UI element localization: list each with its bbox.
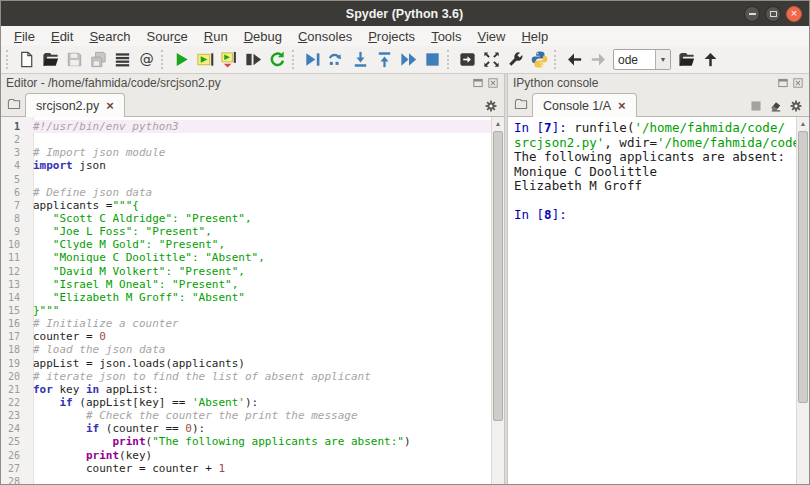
close-button[interactable]: × <box>786 6 802 22</box>
console-browse-tabs-icon[interactable] <box>510 93 532 115</box>
menu-edit[interactable]: Edit <box>43 28 81 45</box>
continue-execution-icon[interactable] <box>396 48 420 72</box>
menu-tools[interactable]: Tools <box>423 28 469 45</box>
run-cell-icon[interactable] <box>193 48 217 72</box>
code-line[interactable]: 5 <box>1 173 491 186</box>
console-scrollbar-thumb[interactable] <box>798 131 808 403</box>
menu-search[interactable]: Search <box>81 28 138 45</box>
console-undock-icon[interactable] <box>777 77 789 89</box>
line-number: 14 <box>1 291 27 304</box>
stop-debugging-icon[interactable] <box>420 48 444 72</box>
editor-close-pane-icon[interactable] <box>487 77 499 89</box>
code-line[interactable]: 3# Import json module <box>1 146 491 159</box>
code-line[interactable]: 28 <box>1 475 491 484</box>
run-selection-icon[interactable] <box>241 48 265 72</box>
minimize-button[interactable] <box>744 6 760 22</box>
toolbar-separator <box>554 50 558 69</box>
editor-scroll-up-icon[interactable]: ▲ <box>492 117 504 130</box>
preferences-icon[interactable] <box>503 48 527 72</box>
console-line: srcjson2.py', wdir='/home/fahmida/code') <box>514 136 796 151</box>
editor-scrollbar-thumb[interactable] <box>493 131 503 421</box>
editor-tab[interactable]: srcjson2.py × <box>25 93 125 117</box>
line-number: 18 <box>1 343 27 356</box>
editor-tab-close-icon[interactable]: × <box>106 99 114 112</box>
titlebar[interactable]: Spyder (Python 3.6) × <box>1 1 809 26</box>
editor-scrollbar[interactable]: ▲ <box>491 117 504 484</box>
menu-view[interactable]: View <box>469 28 513 45</box>
code-line[interactable]: 4import json <box>1 159 491 172</box>
code-line[interactable]: 17counter = 0 <box>1 330 491 343</box>
code-line[interactable]: 22 if (appList[key] == 'Absent'): <box>1 396 491 409</box>
code-line[interactable]: 26 print(key) <box>1 449 491 462</box>
code-line[interactable]: 16# Initialize a counter <box>1 317 491 330</box>
menu-help[interactable]: Help <box>513 28 556 45</box>
code-line[interactable]: 23 # Check the counter the print the mes… <box>1 409 491 422</box>
ipython-console[interactable]: In [7]: runfile('/home/fahmida/code/srcj… <box>508 117 796 484</box>
open-file-icon[interactable] <box>38 48 62 72</box>
debug-file-icon[interactable] <box>300 48 324 72</box>
code-line[interactable]: 10 "Clyde M Gold": "Present", <box>1 238 491 251</box>
code-line[interactable]: 2 <box>1 133 491 146</box>
code-line[interactable]: 8 "Scott C Aldridge": "Present", <box>1 212 491 225</box>
combo-dropdown-icon[interactable]: ▼ <box>655 50 670 69</box>
code-editor[interactable]: 1#!/usr/bin/env python323# Import json m… <box>1 117 491 484</box>
step-return-icon[interactable] <box>372 48 396 72</box>
code-line[interactable]: 7applicants ="""{ <box>1 199 491 212</box>
rerun-last-script-icon[interactable] <box>265 48 289 72</box>
code-line[interactable]: 21for key in appList: <box>1 383 491 396</box>
console-options-gear-icon[interactable] <box>789 99 803 113</box>
code-line[interactable]: 12 "David M Volkert": "Present", <box>1 265 491 278</box>
code-line[interactable]: 1#!/usr/bin/env python3 <box>1 120 491 133</box>
line-number: 25 <box>1 435 27 448</box>
step-over-icon[interactable] <box>324 48 348 72</box>
code-text: # load the json data <box>27 343 491 356</box>
code-line[interactable]: 20# iterate json to find the list of abs… <box>1 370 491 383</box>
code-line[interactable]: 27 counter = counter + 1 <box>1 462 491 475</box>
code-line[interactable]: 6# Define json data <box>1 186 491 199</box>
back-icon[interactable] <box>562 48 586 72</box>
new-file-icon[interactable] <box>14 48 38 72</box>
console-tab[interactable]: Console 1/A × <box>532 93 637 117</box>
code-text: print("The following applicants are abse… <box>27 435 491 448</box>
maximize-button[interactable] <box>765 6 781 22</box>
run-cell-advance-icon[interactable] <box>217 48 241 72</box>
clear-console-icon[interactable] <box>769 99 783 113</box>
browse-working-directory-icon[interactable] <box>674 48 698 72</box>
menu-source[interactable]: Source <box>139 28 196 45</box>
code-line[interactable]: 11 "Monique C Doolittle": "Absent", <box>1 251 491 264</box>
code-line[interactable]: 13 "Israel M Oneal": "Present", <box>1 278 491 291</box>
python-path-manager-icon[interactable] <box>527 48 551 72</box>
menu-file[interactable]: File <box>6 28 43 45</box>
console-line <box>514 194 796 209</box>
console-scroll-up-icon[interactable]: ▲ <box>797 117 809 130</box>
code-line[interactable]: 15}""" <box>1 304 491 317</box>
code-line[interactable]: 9 "Joe L Foss": "Present", <box>1 225 491 238</box>
console-tab-close-icon[interactable]: × <box>618 99 626 112</box>
console-line: Monique C Doolittle <box>514 165 796 180</box>
code-line[interactable]: 19appList = json.loads(applicants) <box>1 357 491 370</box>
editor-browse-tabs-icon[interactable] <box>3 93 25 115</box>
open-ipython-console-icon[interactable] <box>455 48 479 72</box>
console-scrollbar[interactable]: ▲ <box>796 117 809 484</box>
code-line[interactable]: 25 print("The following applicants are a… <box>1 435 491 448</box>
code-line[interactable]: 18# load the json data <box>1 343 491 356</box>
find-symbols-icon[interactable]: @ <box>134 48 158 72</box>
menu-run[interactable]: Run <box>196 28 236 45</box>
run-file-icon[interactable] <box>169 48 193 72</box>
parent-directory-icon[interactable] <box>698 48 722 72</box>
code-line[interactable]: 14 "Elizabeth M Groff": "Absent" <box>1 291 491 304</box>
line-number: 5 <box>1 173 27 186</box>
maximize-pane-icon[interactable] <box>479 48 503 72</box>
interrupt-kernel-icon[interactable] <box>749 99 763 113</box>
menu-debug[interactable]: Debug <box>236 28 290 45</box>
code-text: "Monique C Doolittle": "Absent", <box>27 251 491 264</box>
code-line[interactable]: 24 if (counter == 0): <box>1 422 491 435</box>
menu-consoles[interactable]: Consoles <box>290 28 360 45</box>
editor-options-gear-icon[interactable] <box>484 99 498 113</box>
step-into-icon[interactable] <box>348 48 372 72</box>
working-directory-combo[interactable]: ode▼ <box>613 49 671 70</box>
editor-undock-icon[interactable] <box>472 77 484 89</box>
menu-projects[interactable]: Projects <box>360 28 423 45</box>
console-close-pane-icon[interactable] <box>792 77 804 89</box>
file-switcher-icon[interactable] <box>110 48 134 72</box>
